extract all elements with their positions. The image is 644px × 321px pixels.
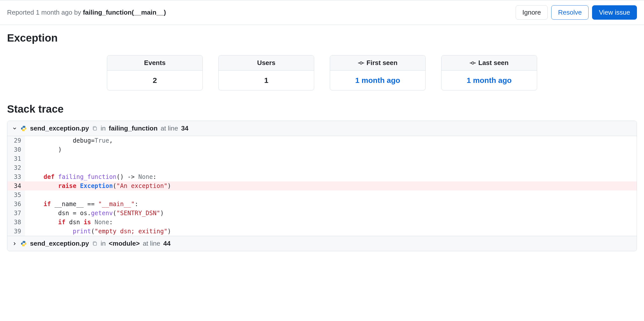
frame-file: send_exception.py	[30, 124, 89, 132]
code-block: 29 debug=True, 30 ) 31 32 33 def failing…	[7, 136, 637, 236]
reported-by-text: Reported 1 month ago by failing_function…	[7, 9, 166, 16]
code-line: 32	[7, 163, 637, 172]
reported-time: 1 month ago	[36, 9, 72, 16]
stat-value-first-seen[interactable]: 1 month ago	[330, 71, 425, 90]
exception-title: Exception	[0, 25, 644, 46]
stat-value-events: 2	[107, 71, 202, 90]
code-line: 36 if __name__ == "__main__":	[7, 200, 637, 209]
line-number: 34	[7, 181, 25, 190]
commit-icon	[358, 60, 364, 66]
stat-head-users: Users	[219, 55, 314, 71]
issue-header: Reported 1 month ago by failing_function…	[0, 0, 644, 25]
stat-head-first-seen: First seen	[330, 55, 425, 71]
line-number: 31	[7, 154, 25, 163]
code-src: print("empty dsn; exiting")	[25, 227, 637, 236]
line-number: 32	[7, 163, 25, 172]
frame-file: send_exception.py	[30, 240, 89, 247]
line-number: 29	[7, 136, 25, 145]
chevron-right-icon	[12, 241, 17, 246]
frame-function: <module>	[109, 240, 140, 247]
chevron-down-icon	[12, 126, 17, 131]
line-number: 37	[7, 209, 25, 218]
code-src: debug=True,	[25, 136, 637, 145]
commit-icon	[470, 60, 476, 66]
stat-value-last-seen[interactable]: 1 month ago	[442, 71, 537, 90]
frame-line: 44	[163, 240, 171, 247]
stat-card-first-seen: First seen 1 month ago	[330, 55, 426, 90]
svg-point-0	[360, 62, 362, 64]
copy-icon[interactable]	[92, 241, 98, 246]
code-line: 30 )	[7, 145, 637, 154]
frame-function: failing_function	[109, 124, 158, 132]
code-line: 29 debug=True,	[7, 136, 637, 145]
line-number: 36	[7, 200, 25, 209]
stack-trace-title: Stack trace	[0, 95, 644, 121]
frame-in-word: in	[101, 240, 106, 247]
line-number: 33	[7, 172, 25, 181]
svg-point-3	[472, 62, 474, 64]
stat-head-last-seen: Last seen	[442, 55, 537, 71]
stat-label-last-seen: Last seen	[478, 59, 509, 67]
reported-prefix: Reported	[7, 9, 36, 16]
stat-head-events: Events	[107, 55, 202, 71]
code-src: )	[25, 145, 637, 154]
code-src	[25, 190, 637, 200]
code-src	[25, 163, 637, 172]
stat-value-users: 1	[219, 71, 314, 90]
code-line: 35	[7, 190, 637, 200]
svg-point-9	[22, 241, 23, 242]
svg-point-7	[24, 130, 25, 131]
copy-icon[interactable]	[92, 126, 98, 131]
code-line: 31	[7, 154, 637, 163]
action-buttons: Ignore Resolve View issue	[516, 5, 637, 20]
frame-at-word: at line	[143, 240, 160, 247]
stat-card-users: Users 1	[218, 55, 314, 90]
code-line-highlighted: 34 raise Exception("An exception")	[7, 181, 637, 190]
stat-card-last-seen: Last seen 1 month ago	[441, 55, 537, 90]
code-src: if __name__ == "__main__":	[25, 200, 637, 209]
code-src: def failing_function() -> None:	[25, 172, 637, 181]
svg-point-6	[22, 126, 23, 127]
python-icon	[20, 240, 27, 247]
line-number: 38	[7, 218, 25, 227]
code-src: dsn = os.getenv("SENTRY_DSN")	[25, 209, 637, 218]
svg-rect-8	[94, 127, 97, 130]
stack-frame-header-0[interactable]: send_exception.py in failing_function at…	[7, 121, 637, 136]
resolve-button[interactable]: Resolve	[551, 5, 589, 20]
code-src: if dsn is None:	[25, 218, 637, 227]
reported-by-word: by	[72, 9, 83, 16]
view-issue-button[interactable]: View issue	[592, 5, 637, 20]
svg-rect-11	[94, 242, 97, 245]
svg-point-10	[24, 245, 25, 246]
stat-label-first-seen: First seen	[367, 59, 398, 67]
frame-at-word: at line	[161, 124, 178, 132]
frame-line: 34	[181, 124, 188, 132]
code-src: raise Exception("An exception")	[25, 181, 637, 190]
line-number: 30	[7, 145, 25, 154]
line-number: 35	[7, 190, 25, 200]
code-line: 33 def failing_function() -> None:	[7, 172, 637, 181]
stat-card-events: Events 2	[107, 55, 203, 90]
reported-source: failing_function(__main__)	[83, 9, 166, 16]
ignore-button[interactable]: Ignore	[516, 5, 548, 20]
stats-row: Events 2 Users 1 First seen 1 month ago …	[0, 46, 644, 95]
code-src	[25, 154, 637, 163]
frame-in-word: in	[101, 124, 106, 132]
stack-trace-panel: send_exception.py in failing_function at…	[7, 121, 637, 251]
stack-frame-header-1[interactable]: send_exception.py in <module> at line 44	[7, 236, 637, 251]
python-icon	[20, 125, 27, 132]
code-line: 37 dsn = os.getenv("SENTRY_DSN")	[7, 209, 637, 218]
code-line: 38 if dsn is None:	[7, 218, 637, 227]
code-line: 39 print("empty dsn; exiting")	[7, 227, 637, 236]
line-number: 39	[7, 227, 25, 236]
